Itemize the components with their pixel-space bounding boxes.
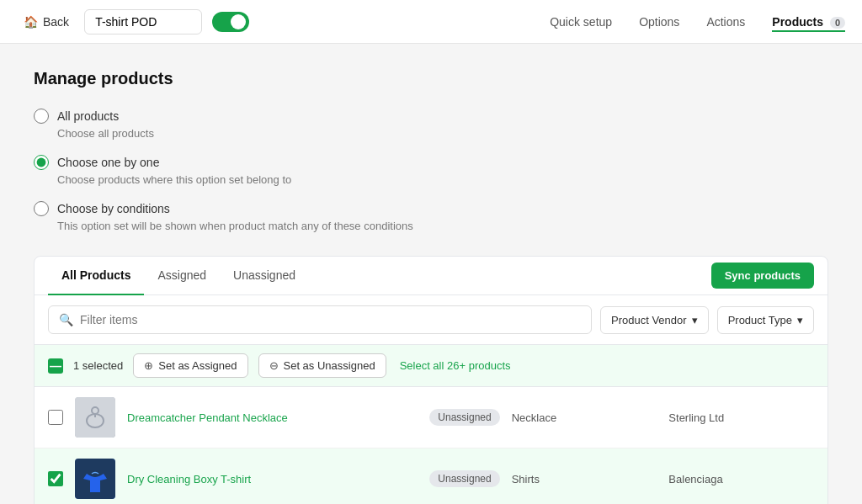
radio-all-products[interactable] [34,109,49,124]
store-toggle[interactable] [212,12,249,32]
nav-quick-setup[interactable]: Quick setup [550,12,612,32]
radio-label-conditions[interactable]: Choose by conditions [34,201,828,216]
search-icon: 🔍 [59,313,73,326]
nav-options[interactable]: Options [639,12,679,32]
products-badge: 0 [830,17,845,29]
back-button[interactable]: 🏠 Back [17,12,76,32]
radio-one-by-one[interactable] [34,155,49,170]
row-checkbox-1[interactable] [48,471,63,486]
radio-by-conditions[interactable] [34,201,49,216]
tab-assigned[interactable]: Assigned [144,257,220,295]
tab-unassigned[interactable]: Unassigned [220,257,309,295]
products-panel: All Products Assigned Unassigned Sync pr… [34,256,828,504]
sync-products-button[interactable]: Sync products [711,263,814,289]
filter-row: 🔍 Product Vendor ▾ Product Type ▾ [35,295,827,345]
product-vendor-filter[interactable]: Product Vendor ▾ [600,306,709,334]
toggle-slider [212,12,249,32]
nav-actions[interactable]: Actions [706,12,745,32]
radio-one-by-one-desc: Choose products where this option set be… [57,173,828,186]
page-title: Manage products [34,69,828,88]
table-row: Dreamcatcher Pendant Necklace Unassigned… [35,387,827,448]
radio-group: All products Choose all products Choose … [34,109,828,232]
selection-bar: — 1 selected ⊕ Set as Assigned ⊖ Set as … [35,345,827,387]
type-chevron-icon: ▾ [797,314,803,326]
radio-option-one-by-one: Choose one by one Choose products where … [34,155,828,186]
indeterminate-checkbox[interactable]: — [48,358,63,374]
tab-all-products[interactable]: All Products [48,257,144,295]
unassign-btn-label: Set as Unassigned [284,359,375,372]
product-name-1[interactable]: Dry Cleaning Boxy T-shirt [127,473,418,485]
radio-one-by-one-label: Choose one by one [57,156,159,169]
product-vendor-0: Sterling Ltd [668,411,814,424]
table-row: Dry Cleaning Boxy T-shirt Unassigned Shi… [35,448,827,504]
product-thumbnail-0 [75,397,115,438]
product-type-1: Shirts [512,473,657,485]
main-content: Manage products All products Choose all … [0,44,862,504]
radio-option-conditions: Choose by conditions This option set wil… [34,201,828,232]
assign-btn-label: Set as Assigned [158,359,237,372]
row-checkbox-0[interactable] [48,410,63,425]
radio-label-one-by-one[interactable]: Choose one by one [34,155,828,170]
product-vendor-1: Balenciaga [668,473,814,485]
nav-links: Quick setup Options Actions Products 0 [550,12,845,32]
product-thumbnail-1 [75,459,115,499]
radio-label-all[interactable]: All products [34,109,828,124]
back-label: Back [43,15,69,29]
set-unassigned-button[interactable]: ⊖ Set as Unassigned [258,353,386,378]
vendor-chevron-icon: ▾ [692,314,698,326]
radio-conditions-desc: This option set will be shown when produ… [57,220,828,232]
search-box: 🔍 [48,305,592,334]
type-filter-label: Product Type [728,314,792,326]
selection-count: 1 selected [73,359,123,372]
home-icon: 🏠 [24,15,38,29]
set-assigned-button[interactable]: ⊕ Set as Assigned [133,353,247,378]
product-name-0[interactable]: Dreamcatcher Pendant Necklace [127,411,418,424]
status-badge-0: Unassigned [429,409,499,426]
store-name-input[interactable] [84,9,202,34]
radio-conditions-label: Choose by conditions [57,202,170,215]
radio-all-desc: Choose all products [57,127,828,140]
radio-option-all: All products Choose all products [34,109,828,140]
radio-all-label: All products [57,109,119,123]
nav-products-label: Products [772,15,823,29]
vendor-filter-label: Product Vendor [611,314,687,326]
product-type-filter[interactable]: Product Type ▾ [717,306,814,334]
plus-circle-icon: ⊕ [144,359,153,372]
product-type-0: Necklace [512,411,657,424]
tabs-row: All Products Assigned Unassigned Sync pr… [35,257,827,295]
nav-products[interactable]: Products 0 [772,12,845,32]
minus-circle-icon: ⊖ [269,359,279,372]
status-badge-1: Unassigned [429,470,499,487]
select-all-link[interactable]: Select all 26+ products [400,359,511,372]
search-input[interactable] [80,313,581,326]
topbar: 🏠 Back Quick setup Options Actions Produ… [0,0,862,44]
